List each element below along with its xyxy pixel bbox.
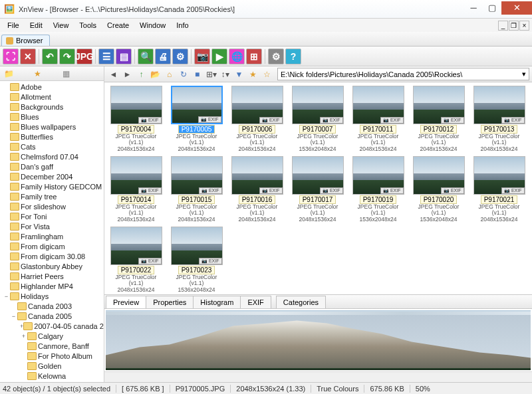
slideshow-button[interactable]: ▶ bbox=[211, 49, 227, 64]
capture-button[interactable]: 📷 bbox=[194, 49, 210, 64]
grid-button[interactable]: ⊞ bbox=[246, 49, 262, 64]
tree-node[interactable]: Highlander MP4 bbox=[0, 281, 104, 291]
tab-categories[interactable]: Categories bbox=[276, 296, 326, 308]
filter-button[interactable]: ▼ bbox=[233, 68, 245, 80]
tab-properties[interactable]: Properties bbox=[146, 296, 194, 308]
mdi-close-button[interactable]: × bbox=[519, 21, 529, 31]
tree-node[interactable]: December 2004 bbox=[0, 171, 104, 181]
favorite-button[interactable]: ★ bbox=[247, 68, 259, 80]
dropdown-icon[interactable]: ▾ bbox=[522, 70, 526, 78]
thumbnail-item[interactable]: 📷 EXIFP9170012JPEG TrueColor (v1.1)2048x… bbox=[410, 86, 467, 152]
thumbnail-item[interactable]: 📷 EXIFP9170016JPEG TrueColor (v1.1)2048x… bbox=[229, 156, 285, 223]
mdi-restore-button[interactable]: ❐ bbox=[509, 21, 519, 31]
menu-window[interactable]: Window bbox=[135, 20, 170, 31]
tree-node[interactable]: −Holidays bbox=[0, 291, 104, 301]
folder-tree[interactable]: AdobeAllotmentBackgroundsBluesBlues wall… bbox=[0, 81, 104, 382]
thumbnail-item[interactable]: 📷 EXIFP9170022JPEG TrueColor (v1.1)2048x… bbox=[108, 227, 164, 293]
tree-node[interactable]: Family History GEDCOM bbox=[0, 181, 104, 191]
tree-node[interactable]: +2007-04-05 canada 20 bbox=[0, 321, 104, 331]
rotate-left-button[interactable]: ↶ bbox=[42, 49, 58, 64]
tree-node[interactable]: Kelowna bbox=[0, 371, 104, 381]
thumbnail-item[interactable]: 📷 EXIFP9170019JPEG TrueColor (v1.1)1536x… bbox=[350, 156, 406, 223]
tree-node[interactable]: +Calgary bbox=[0, 331, 104, 341]
folder-tab-icon[interactable]: 📁 bbox=[3, 67, 15, 80]
tree-node[interactable]: Glastonbury Abbey bbox=[0, 261, 104, 271]
thumbnail-item[interactable]: 📷 EXIFP9170013JPEG TrueColor (v1.1)2048x… bbox=[471, 86, 527, 152]
view-details-button[interactable]: ▤ bbox=[116, 49, 132, 64]
menu-file[interactable]: File bbox=[3, 20, 24, 31]
tree-node[interactable]: Cats bbox=[0, 142, 104, 151]
thumbnail-item[interactable]: 📷 EXIFP9170004JPEG TrueColor (v1.1)2048x… bbox=[108, 86, 164, 152]
thumbnail-item[interactable]: 📷 EXIFP9170021JPEG TrueColor (v1.1)2048x… bbox=[471, 156, 527, 223]
print-button[interactable]: 🖨 bbox=[155, 49, 171, 64]
tree-node[interactable]: Allotment bbox=[0, 92, 104, 102]
maximize-button[interactable]: ▢ bbox=[483, 1, 501, 15]
menu-create[interactable]: Create bbox=[102, 20, 134, 31]
help-button[interactable]: ? bbox=[285, 49, 301, 64]
tree-node[interactable]: Butterflies bbox=[0, 132, 104, 142]
thumbnail-item[interactable]: 📷 EXIFP9170017JPEG TrueColor (v1.1)2048x… bbox=[289, 156, 346, 223]
jpeg-transform-button[interactable]: JPG bbox=[76, 49, 92, 64]
thumbnail-item[interactable]: 📷 EXIFP9170007JPEG TrueColor (v1.1)1536x… bbox=[289, 86, 346, 152]
menu-info[interactable]: Info bbox=[172, 20, 193, 31]
thumbnail-item[interactable]: 📷 EXIFP9170006JPEG TrueColor (v1.1)2048x… bbox=[229, 86, 285, 152]
tree-node[interactable]: Family tree bbox=[0, 191, 104, 201]
close-tool-button[interactable]: ✕ bbox=[20, 49, 36, 64]
rotate-right-button[interactable]: ↷ bbox=[59, 49, 75, 64]
minimize-button[interactable]: ─ bbox=[464, 1, 483, 15]
thumbnail-item[interactable]: 📷 EXIFP9170005JPEG TrueColor (v1.1)2048x… bbox=[168, 86, 225, 152]
tree-node[interactable]: Adobe bbox=[0, 82, 104, 92]
wizard-button[interactable]: ⚙ bbox=[172, 49, 188, 64]
tree-node[interactable]: Framlingham bbox=[0, 231, 104, 241]
preview-panel[interactable] bbox=[104, 309, 532, 371]
sort-button[interactable]: ↕▾ bbox=[219, 68, 231, 80]
thumbnail-item[interactable]: 📷 EXIFP9170023JPEG TrueColor (v1.1)1536x… bbox=[168, 227, 225, 293]
stop-button[interactable]: ■ bbox=[191, 68, 203, 80]
tree-node[interactable]: From digicam bbox=[0, 241, 104, 251]
search-button[interactable]: 🔍 bbox=[138, 49, 154, 64]
address-bar[interactable]: E:\Nick folders\Pictures\Holidays\Canada… bbox=[277, 68, 529, 80]
tree-node[interactable]: Golden bbox=[0, 361, 104, 371]
settings-button[interactable]: ⚙ bbox=[268, 49, 284, 64]
menu-edit[interactable]: Edit bbox=[25, 20, 47, 31]
thumbnail-item[interactable]: 📷 EXIFP9170020JPEG TrueColor (v1.1)1536x… bbox=[410, 156, 467, 223]
tree-node[interactable]: Dan's gaff bbox=[0, 161, 104, 171]
thumbnail-item[interactable]: 📷 EXIFP9170015JPEG TrueColor (v1.1)2048x… bbox=[168, 156, 225, 223]
thumbnail-item[interactable]: 📷 EXIFP9170014JPEG TrueColor (v1.1)2048x… bbox=[108, 156, 164, 223]
up-button[interactable]: ↑ bbox=[135, 68, 148, 80]
tree-node[interactable]: Chelmsford 07.04 bbox=[0, 151, 104, 161]
thumbnail-grid[interactable]: 📷 EXIFP9170004JPEG TrueColor (v1.1)2048x… bbox=[104, 82, 532, 294]
tree-node[interactable]: For Toni bbox=[0, 211, 104, 221]
tree-node[interactable]: Canmore, Banff bbox=[0, 341, 104, 351]
menu-tools[interactable]: Tools bbox=[74, 20, 101, 31]
back-button[interactable]: ◄ bbox=[107, 68, 120, 80]
tree-node[interactable]: Harriet Peers bbox=[0, 271, 104, 281]
tab-exif[interactable]: EXIF bbox=[240, 296, 271, 308]
view-list-button[interactable]: ☰ bbox=[98, 49, 114, 64]
horizontal-scrollbar[interactable] bbox=[104, 371, 532, 382]
tree-node[interactable]: For slideshow bbox=[0, 201, 104, 211]
thumbnail-item[interactable]: 📷 EXIFP9170011JPEG TrueColor (v1.1)2048x… bbox=[350, 86, 406, 152]
mdi-minimize-button[interactable]: _ bbox=[498, 21, 508, 31]
categories-tab-icon[interactable]: ▦ bbox=[60, 67, 72, 80]
browser-tab[interactable]: Browser bbox=[1, 35, 50, 46]
open-button[interactable]: 📂 bbox=[149, 68, 162, 80]
tree-node[interactable]: For Photo Album bbox=[0, 351, 104, 361]
tree-node[interactable]: Blues wallpapers bbox=[0, 122, 104, 132]
favorites-tab-icon[interactable]: ★ bbox=[31, 67, 44, 80]
favorite2-button[interactable]: ☆ bbox=[261, 68, 273, 80]
tree-node[interactable]: Canada 2003 bbox=[0, 301, 104, 311]
menu-view[interactable]: View bbox=[49, 20, 74, 31]
web-button[interactable]: 🌐 bbox=[229, 49, 245, 64]
fullscreen-button[interactable]: ⛶ bbox=[3, 49, 19, 64]
tree-node[interactable]: For Vista bbox=[0, 221, 104, 231]
tab-preview[interactable]: Preview bbox=[106, 296, 146, 308]
tab-histogram[interactable]: Histogram bbox=[193, 296, 241, 308]
thumbnails-button[interactable]: ⊞▾ bbox=[205, 68, 217, 80]
tree-node[interactable]: From digicam 30.08 bbox=[0, 251, 104, 261]
close-button[interactable]: ✕ bbox=[501, 1, 532, 15]
tree-node[interactable]: Blues bbox=[0, 112, 104, 122]
home-button[interactable]: ⌂ bbox=[163, 68, 176, 80]
refresh-button[interactable]: ↻ bbox=[177, 68, 190, 80]
forward-button[interactable]: ► bbox=[121, 68, 134, 80]
